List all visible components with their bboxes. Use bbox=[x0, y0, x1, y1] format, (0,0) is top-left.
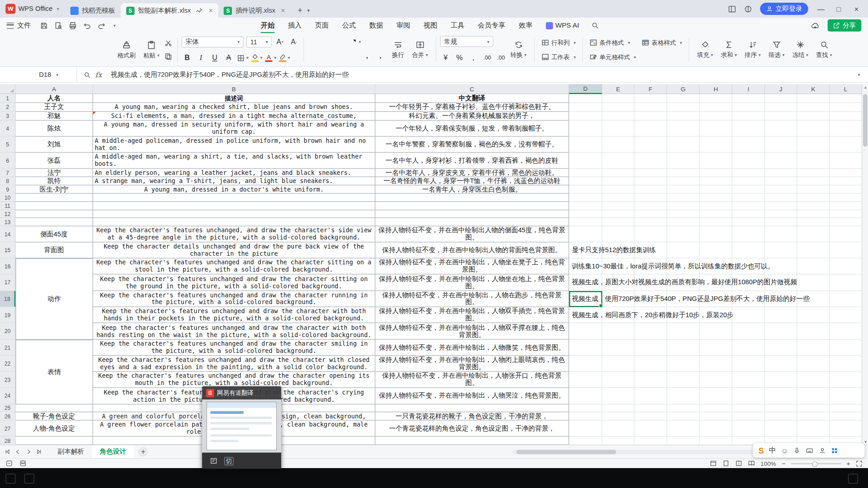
ime-logo-icon[interactable]: S bbox=[759, 446, 764, 455]
cell-C19[interactable]: 保持人物特征不变，并在画中绘制出，人物双手插兜，纯色背景图。 bbox=[375, 307, 569, 324]
cell-I26[interactable] bbox=[732, 412, 765, 420]
orientation-button[interactable]: ▾ bbox=[349, 36, 361, 48]
cell-E20[interactable] bbox=[602, 323, 634, 340]
col-header-I[interactable]: I bbox=[732, 84, 765, 94]
align-left-button[interactable] bbox=[308, 52, 319, 64]
cell-K3[interactable] bbox=[797, 112, 830, 121]
cell-A5[interactable]: 刘旭 bbox=[15, 136, 93, 153]
cell-E8[interactable] bbox=[602, 177, 634, 185]
cell-I19[interactable] bbox=[732, 307, 765, 324]
row-header-14[interactable]: 14 bbox=[0, 226, 15, 243]
cell-D17[interactable]: 视频生成，原图大小对视频生成的画质有影响，最好使用1080P的图片做视频 bbox=[569, 274, 602, 291]
cell-K24[interactable] bbox=[797, 388, 830, 404]
cell-C23[interactable]: 保持人物特征不变，并在画中绘制出，人物张开口，纯色背景图。 bbox=[375, 372, 569, 388]
cell-C25[interactable] bbox=[375, 404, 569, 412]
cell-L22[interactable] bbox=[830, 356, 862, 372]
cell-G13[interactable] bbox=[667, 218, 700, 226]
align-right-button[interactable] bbox=[335, 52, 346, 64]
cell-E4[interactable] bbox=[602, 121, 634, 137]
table-style-button[interactable]: 表格样式 ▾ bbox=[639, 36, 685, 49]
cell-F13[interactable] bbox=[634, 218, 667, 226]
cell-K9[interactable] bbox=[797, 185, 830, 193]
cell-G14[interactable] bbox=[667, 226, 700, 243]
cell-K17[interactable] bbox=[797, 274, 830, 291]
cell-I27[interactable] bbox=[732, 421, 765, 437]
ribbon-sum-button[interactable]: 求和▾ bbox=[717, 35, 741, 64]
cell-D18[interactable]: 视频生成，使用720P效果好于540P，PNG还是JPG差别不大，使用原始的好一… bbox=[569, 291, 602, 307]
cell-D20[interactable] bbox=[569, 323, 602, 340]
cell-K11[interactable] bbox=[797, 202, 830, 210]
cell-B11[interactable] bbox=[93, 202, 375, 210]
cell-C7[interactable]: 一名中老年人，身穿皮夹克，穿着牛仔裤，黑色的运动鞋。 bbox=[375, 169, 569, 177]
magnifier-icon[interactable] bbox=[84, 71, 91, 78]
screenshot-thumbnail[interactable] bbox=[207, 402, 277, 450]
tab-list-button[interactable]: ▾ bbox=[307, 8, 310, 13]
cell-E28[interactable] bbox=[602, 436, 634, 445]
cell-F22[interactable] bbox=[634, 356, 667, 372]
macro-icon[interactable] bbox=[19, 460, 27, 467]
cell-A1[interactable]: 人名 bbox=[15, 94, 93, 103]
cell-B19[interactable]: Keep the character's features unchanged … bbox=[93, 307, 375, 324]
cell-I2[interactable] bbox=[732, 103, 765, 112]
cell-K8[interactable] bbox=[797, 177, 830, 185]
cell-B5[interactable]: A middle-aged policeman, dressed in poli… bbox=[93, 136, 375, 153]
cell-A8[interactable]: 凯特 bbox=[15, 177, 93, 185]
cell-B2[interactable]: A young man, wearing a checked shirt, bl… bbox=[93, 103, 375, 112]
cell-G5[interactable] bbox=[667, 136, 700, 153]
cell-K12[interactable] bbox=[797, 210, 830, 218]
col-header-A[interactable]: A bbox=[15, 84, 93, 94]
menu-tab-插入[interactable]: 插入 bbox=[281, 18, 308, 33]
cell-A11[interactable] bbox=[15, 202, 93, 210]
cell-B4[interactable]: A young man, dressed in security uniform… bbox=[93, 121, 375, 137]
cell-H8[interactable] bbox=[700, 177, 732, 185]
cell-C14[interactable]: 保持人物特征不变，并在画中绘制出人物的侧面45度，纯色背景图。 bbox=[375, 226, 569, 243]
share-button[interactable]: 分享 bbox=[828, 19, 862, 32]
cell-D3[interactable] bbox=[569, 112, 602, 121]
cell-E9[interactable] bbox=[602, 185, 634, 193]
cell-B23[interactable]: Keep the character's features unchanged … bbox=[93, 372, 375, 388]
cell-B1[interactable]: 描述词 bbox=[93, 94, 375, 103]
cell-B14[interactable]: Keep the character's features unchanged,… bbox=[93, 226, 375, 243]
cell-J9[interactable] bbox=[765, 185, 797, 193]
cell-F24[interactable] bbox=[634, 388, 667, 404]
cell-J4[interactable] bbox=[765, 121, 797, 137]
row-header-22[interactable]: 22 bbox=[0, 356, 15, 372]
cell-D8[interactable] bbox=[569, 177, 602, 185]
cell-G6[interactable] bbox=[667, 153, 700, 169]
cell-F23[interactable] bbox=[634, 372, 667, 388]
cell-B16[interactable]: Keep the character's features unchanged … bbox=[93, 258, 375, 275]
cell-G20[interactable] bbox=[667, 323, 700, 340]
cell-J8[interactable] bbox=[765, 177, 797, 185]
cell-E21[interactable] bbox=[602, 340, 634, 356]
col-header-F[interactable]: F bbox=[634, 84, 667, 94]
cell-C8[interactable]: 一名奇怪的青年人，身穿一件T恤，牛仔裤，浅蓝色的运动鞋 bbox=[375, 177, 569, 185]
login-button[interactable]: 立即登录 bbox=[760, 3, 808, 15]
cell-C20[interactable]: 保持人物特征不变，并在画中绘制出，人物双手撑在腰上，纯色背景图。 bbox=[375, 323, 569, 340]
cell-G12[interactable] bbox=[667, 210, 700, 218]
cell-I1[interactable] bbox=[732, 94, 765, 103]
select-all-corner[interactable] bbox=[0, 84, 15, 94]
cell-L1[interactable] bbox=[830, 94, 862, 103]
scroll-up-icon[interactable]: ▲ bbox=[863, 85, 868, 89]
cell-C18[interactable]: 保持人物特征不变，并在画中绘制出，人物在跑步，纯色背景图。 bbox=[375, 291, 569, 307]
cell-B7[interactable]: An elderly person, wearing a leather jac… bbox=[93, 169, 375, 177]
cell-J6[interactable] bbox=[765, 153, 797, 169]
cell-J3[interactable] bbox=[765, 112, 797, 121]
switch-mode-icon[interactable]: 切 bbox=[224, 457, 234, 465]
cell-F3[interactable] bbox=[634, 112, 667, 121]
row-header-10[interactable]: 10 bbox=[0, 194, 15, 202]
bold-button[interactable]: B bbox=[182, 52, 193, 64]
cell-K2[interactable] bbox=[797, 103, 830, 112]
screenshot-translate-icon[interactable] bbox=[210, 457, 217, 465]
increase-indent-button[interactable] bbox=[377, 52, 388, 64]
cell-E7[interactable] bbox=[602, 169, 634, 177]
cell-I21[interactable] bbox=[732, 340, 765, 356]
convert-button[interactable]: 转换▾ bbox=[506, 35, 530, 64]
font-name-select[interactable]: 宋体▾ bbox=[182, 36, 244, 47]
cell-I12[interactable] bbox=[732, 210, 765, 218]
wps-home-button[interactable]: W WPS Office ▾ bbox=[0, 4, 65, 14]
cell-H3[interactable] bbox=[700, 112, 732, 121]
sheet-tab-角色设计[interactable]: 角色设计 bbox=[92, 446, 134, 458]
ime-language-toggle[interactable]: 中 bbox=[769, 446, 776, 455]
cell-C21[interactable]: 保持人物特征不变，并在画中绘制出，人物微笑，纯色背景图。 bbox=[375, 340, 569, 356]
